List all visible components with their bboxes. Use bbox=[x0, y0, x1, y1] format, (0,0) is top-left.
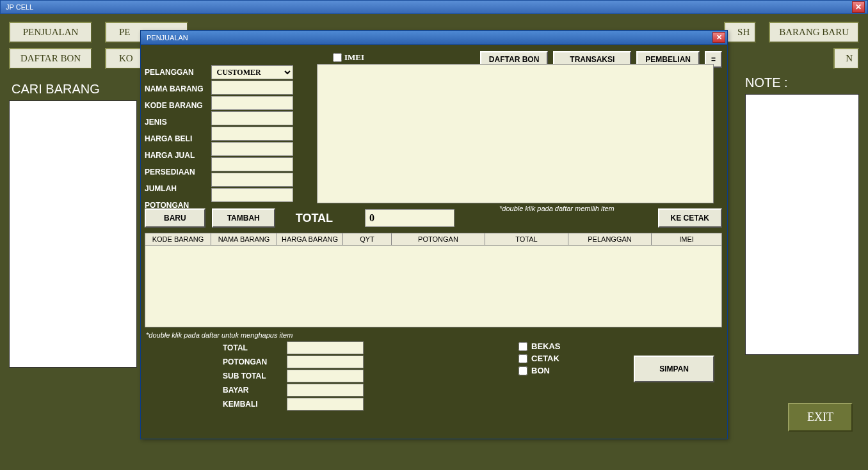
note-panel[interactable] bbox=[745, 94, 859, 355]
sum-subtotal-input[interactable] bbox=[287, 370, 364, 382]
bon-checkbox[interactable] bbox=[518, 366, 527, 375]
sum-total-lbl: TOTAL bbox=[223, 343, 280, 352]
close-icon[interactable]: ✕ bbox=[852, 1, 865, 13]
lbl-kode-barang: KODE BARANG bbox=[145, 98, 204, 113]
jenis-input[interactable] bbox=[211, 111, 293, 125]
potongan-input[interactable] bbox=[211, 188, 293, 202]
imei-label: IMEI bbox=[344, 52, 364, 63]
lbl-jumlah: JUMLAH bbox=[145, 182, 204, 196]
nama-barang-input[interactable] bbox=[211, 81, 293, 95]
sum-potongan-input[interactable] bbox=[287, 356, 364, 368]
sum-bayar-lbl: BAYAR bbox=[223, 386, 280, 395]
simpan-button[interactable]: SIMPAN bbox=[634, 356, 714, 382]
col-potongan: POTONGAN bbox=[392, 233, 485, 245]
harga-jual-input[interactable] bbox=[211, 142, 293, 156]
bekas-label: BEKAS bbox=[531, 341, 561, 351]
daftar-bon-button[interactable]: DAFTAR BON bbox=[9, 48, 92, 69]
grid-body[interactable] bbox=[145, 246, 722, 327]
sum-bayar-input[interactable] bbox=[287, 384, 364, 396]
dialog-titlebar: PENJUALAN ✕ bbox=[141, 31, 727, 45]
jumlah-input[interactable] bbox=[211, 173, 293, 187]
col-kode: KODE BARANG bbox=[145, 233, 211, 245]
lbl-harga-jual: HARGA JUAL bbox=[145, 148, 204, 162]
sum-total-input[interactable] bbox=[287, 341, 364, 354]
total-value-box[interactable] bbox=[365, 209, 454, 227]
baru-button[interactable]: BARU bbox=[145, 208, 205, 228]
ke-cetak-button[interactable]: KE CETAK bbox=[658, 208, 722, 228]
cari-barang-label: CARI BARANG bbox=[12, 82, 137, 97]
exit-button[interactable]: EXIT bbox=[788, 403, 853, 432]
hint-select-item: *double klik pada daftar memilih item bbox=[499, 205, 615, 212]
col-total: TOTAL bbox=[485, 233, 568, 245]
col-qyt: QYT bbox=[343, 233, 392, 245]
toolbar-button-5[interactable]: SH bbox=[724, 22, 756, 43]
col-imei: IMEI bbox=[652, 233, 721, 245]
penjualan-button[interactable]: PENJUALAN bbox=[9, 22, 92, 43]
bon-label: BON bbox=[531, 366, 550, 375]
dialog-close-icon[interactable]: ✕ bbox=[712, 32, 725, 43]
lbl-pelanggan: PELANGGAN bbox=[145, 65, 204, 79]
penjualan-dialog: PENJUALAN ✕ IMEI DAFTAR BON TRANSAKSI PE… bbox=[140, 30, 728, 439]
sum-subtotal-lbl: SUB TOTAL bbox=[223, 372, 280, 380]
persediaan-input[interactable] bbox=[211, 157, 293, 171]
sum-potongan-lbl: POTONGAN bbox=[223, 357, 280, 366]
bekas-checkbox[interactable] bbox=[518, 342, 527, 351]
hint-delete-item: *double klik pada daftar untuk menghapus… bbox=[146, 331, 293, 339]
grid-header: KODE BARANG NAMA BARANG HARGA BARANG QYT… bbox=[145, 233, 722, 246]
tambah-button[interactable]: TAMBAH bbox=[212, 208, 275, 228]
col-harga: HARGA BARANG bbox=[277, 233, 343, 245]
note-label: NOTE : bbox=[745, 75, 859, 90]
cetak-checkbox[interactable] bbox=[518, 354, 527, 363]
sum-kembali-lbl: KEMBALI bbox=[223, 400, 280, 409]
main-titlebar: JP CELL ✕ bbox=[0, 0, 868, 14]
item-preview-panel[interactable] bbox=[317, 64, 714, 203]
kode-barang-input[interactable] bbox=[211, 96, 293, 110]
imei-checkbox[interactable] bbox=[333, 53, 342, 62]
cetak-label: CETAK bbox=[531, 354, 559, 363]
lbl-nama-barang: NAMA BARANG bbox=[145, 82, 204, 96]
items-grid[interactable]: KODE BARANG NAMA BARANG HARGA BARANG QYT… bbox=[145, 233, 722, 327]
total-label: TOTAL bbox=[296, 212, 333, 225]
cari-barang-panel[interactable] bbox=[9, 100, 137, 368]
sum-kembali-input[interactable] bbox=[287, 398, 364, 411]
lbl-harga-beli: HARGA BELI bbox=[145, 132, 204, 146]
pelanggan-select[interactable]: CUSTOMER bbox=[211, 65, 293, 79]
barang-baru-button[interactable]: BARANG BARU bbox=[769, 22, 859, 43]
col-pelanggan: PELANGGAN bbox=[568, 233, 652, 245]
col-nama: NAMA BARANG bbox=[211, 233, 277, 245]
lbl-persediaan: PERSEDIAAN bbox=[145, 165, 204, 179]
harga-beli-input[interactable] bbox=[211, 127, 293, 141]
lbl-jenis: JENIS bbox=[145, 115, 204, 129]
toolbar2-button-5[interactable]: N bbox=[833, 48, 859, 69]
dialog-title: PENJUALAN bbox=[143, 34, 188, 42]
main-title: JP CELL bbox=[3, 3, 33, 11]
